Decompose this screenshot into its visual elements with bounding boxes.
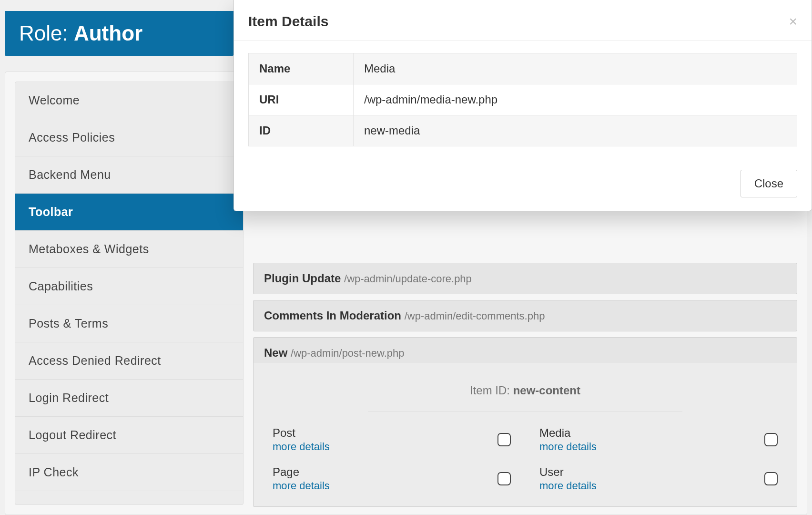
checkbox-media[interactable] <box>764 433 778 446</box>
sub-item-media: Media more details <box>539 426 778 453</box>
detail-value-name: Media <box>354 53 797 84</box>
sidebar-item-backend-menu[interactable]: Backend Menu <box>15 156 243 194</box>
modal-footer: Close <box>234 159 812 211</box>
sidebar: Welcome Access Policies Backend Menu Too… <box>15 82 244 505</box>
checkbox-user[interactable] <box>764 472 778 485</box>
sub-item-user: User more details <box>539 465 778 492</box>
sidebar-item-access-policies[interactable]: Access Policies <box>15 119 243 156</box>
page-title: Role: Author <box>5 11 233 56</box>
sidebar-item-posts-terms[interactable]: Posts & Terms <box>15 305 243 342</box>
sub-item-name: Page <box>273 465 330 479</box>
sub-item-name: Media <box>539 426 597 440</box>
sidebar-item-logout-redirect[interactable]: Logout Redirect <box>15 417 243 454</box>
sidebar-item-access-denied-redirect[interactable]: Access Denied Redirect <box>15 342 243 380</box>
item-id-line: Item ID: new-content <box>368 377 682 412</box>
row-title: Comments In Moderation <box>264 309 401 322</box>
row-title: Plugin Update <box>264 272 341 285</box>
more-details-link[interactable]: more details <box>539 441 597 453</box>
item-id-label: Item ID: <box>470 384 513 397</box>
page-title-role: Author <box>74 21 142 45</box>
sub-item-name: User <box>539 465 597 479</box>
more-details-link[interactable]: more details <box>273 441 330 453</box>
toolbar-row-comments-moderation[interactable]: Comments In Moderation /wp-admin/edit-co… <box>253 300 797 331</box>
detail-value-uri: /wp-admin/media-new.php <box>354 84 797 115</box>
close-icon[interactable]: × <box>789 13 797 30</box>
item-id-value: new-content <box>513 384 580 397</box>
page-title-prefix: Role: <box>19 21 74 45</box>
checkbox-post[interactable] <box>497 433 511 446</box>
sub-panel-new-content: Item ID: new-content Post more details M… <box>253 363 797 507</box>
detail-label-id: ID <box>249 115 354 146</box>
detail-label-name: Name <box>249 53 354 84</box>
sub-items-grid: Post more details Media more details Pag… <box>273 426 778 492</box>
modal-title: Item Details <box>248 13 328 30</box>
detail-value-id: new-media <box>354 115 797 146</box>
sidebar-item-capabilities[interactable]: Capabilities <box>15 268 243 305</box>
sidebar-item-toolbar[interactable]: Toolbar <box>15 194 243 231</box>
row-path: /wp-admin/edit-comments.php <box>405 310 545 322</box>
sub-item-post: Post more details <box>273 426 511 453</box>
sub-item-page: Page more details <box>273 465 511 492</box>
table-row: Name Media <box>249 53 797 84</box>
detail-label-uri: URI <box>249 84 354 115</box>
more-details-link[interactable]: more details <box>539 480 597 492</box>
row-path: /wp-admin/update-core.php <box>344 273 472 285</box>
sidebar-item-welcome[interactable]: Welcome <box>15 82 243 119</box>
row-path: /wp-admin/post-new.php <box>291 347 404 359</box>
sidebar-item-ip-check[interactable]: IP Check <box>15 454 243 491</box>
toolbar-row-plugin-update[interactable]: Plugin Update /wp-admin/update-core.php <box>253 263 797 294</box>
checkbox-page[interactable] <box>497 472 511 485</box>
modal-body: Name Media URI /wp-admin/media-new.php I… <box>234 41 812 159</box>
table-row: URI /wp-admin/media-new.php <box>249 84 797 115</box>
close-button[interactable]: Close <box>741 170 797 197</box>
more-details-link[interactable]: more details <box>273 480 330 492</box>
modal-header: Item Details × <box>234 0 812 41</box>
item-details-table: Name Media URI /wp-admin/media-new.php I… <box>248 53 797 146</box>
sidebar-item-metaboxes-widgets[interactable]: Metaboxes & Widgets <box>15 231 243 268</box>
sidebar-item-login-redirect[interactable]: Login Redirect <box>15 380 243 417</box>
item-details-modal: Item Details × Name Media URI /wp-admin/… <box>233 0 812 211</box>
row-title: New <box>264 346 287 359</box>
sub-item-name: Post <box>273 426 330 440</box>
table-row: ID new-media <box>249 115 797 146</box>
